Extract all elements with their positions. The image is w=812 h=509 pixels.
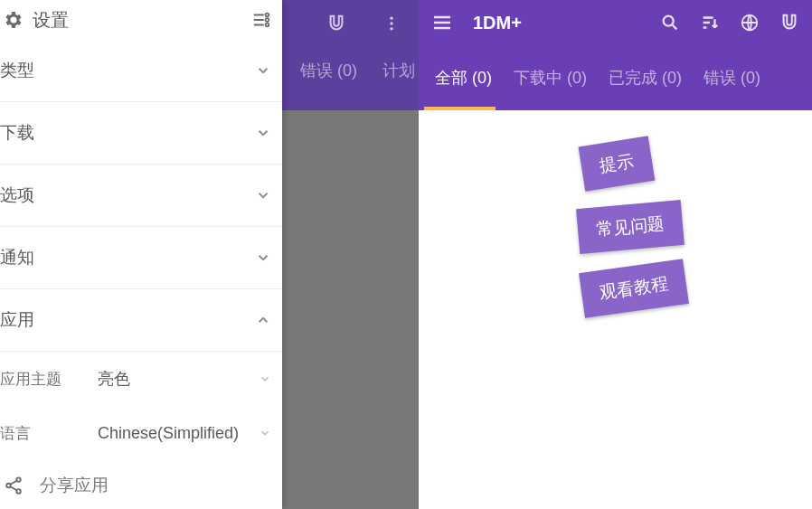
tab-downloading[interactable]: 下载中 (0)	[503, 45, 598, 110]
settings-panel: 设置 类型 下载 选项 通知 应用 应用主题 亮色 语言 Chinese(Sim…	[0, 0, 282, 509]
setting-value: Chinese(Simplified)	[98, 424, 259, 443]
tab-schedule-behind[interactable]: 计划	[382, 60, 415, 81]
main-header: 1DM+	[419, 0, 812, 45]
share-icon	[4, 476, 24, 495]
section-app[interactable]: 应用	[0, 289, 282, 352]
chevron-down-icon	[259, 372, 271, 385]
card-tips[interactable]: 提示	[579, 136, 656, 192]
section-label: 通知	[0, 246, 34, 269]
chevron-down-icon	[255, 62, 271, 79]
browser-icon[interactable]	[740, 13, 760, 33]
tab-completed[interactable]: 已完成 (0)	[598, 45, 693, 110]
svg-point-1	[390, 22, 392, 24]
sort-icon[interactable]	[700, 13, 720, 33]
share-app[interactable]: 分享应用	[0, 460, 282, 509]
svg-point-0	[390, 17, 392, 20]
magnet-icon[interactable]	[326, 14, 346, 33]
section-label: 下载	[0, 121, 34, 145]
setting-value: 亮色	[98, 368, 259, 390]
hamburger-menu-icon[interactable]	[431, 12, 453, 33]
magnet-icon[interactable]	[779, 13, 799, 33]
chevron-up-icon	[255, 312, 271, 328]
search-icon[interactable]	[660, 13, 680, 33]
gear-icon	[2, 9, 24, 31]
svg-point-6	[16, 477, 21, 482]
advanced-settings-icon[interactable]	[251, 10, 271, 30]
svg-point-8	[16, 489, 21, 494]
main-panel: 1DM+ 全部 (0) 下载中 (0) 已完成 (0) 错误 (0) 提示 常见…	[419, 0, 812, 509]
setting-label: 应用主题	[0, 369, 98, 390]
section-label: 类型	[0, 59, 34, 82]
tab-errors-behind[interactable]: 错误 (0)	[300, 60, 357, 81]
section-label: 应用	[0, 308, 34, 332]
section-download[interactable]: 下载	[0, 102, 282, 165]
setting-language[interactable]: 语言 Chinese(Simplified)	[0, 406, 282, 460]
setting-label: 语言	[0, 423, 98, 444]
obscured-header: 错误 (0) 计划	[282, 0, 419, 110]
svg-point-3	[266, 14, 269, 17]
tab-errors[interactable]: 错误 (0)	[693, 45, 771, 110]
section-notifications[interactable]: 通知	[0, 227, 282, 289]
settings-title: 设置	[33, 8, 251, 33]
svg-point-7	[6, 484, 11, 488]
setting-theme[interactable]: 应用主题 亮色	[0, 352, 282, 406]
share-label: 分享应用	[40, 474, 109, 497]
app-title: 1DM+	[473, 13, 522, 33]
tab-all[interactable]: 全部 (0)	[424, 45, 503, 110]
svg-point-2	[390, 27, 392, 30]
chevron-down-icon	[259, 427, 271, 439]
chevron-down-icon	[255, 187, 271, 203]
card-faq[interactable]: 常见问题	[576, 200, 685, 254]
overflow-menu-icon[interactable]	[382, 14, 401, 33]
section-type[interactable]: 类型	[0, 40, 282, 102]
card-tutorial[interactable]: 观看教程	[579, 259, 689, 318]
chevron-down-icon	[255, 125, 271, 141]
main-tabs: 全部 (0) 下载中 (0) 已完成 (0) 错误 (0)	[419, 45, 812, 110]
svg-point-4	[266, 18, 269, 22]
settings-header: 设置	[0, 0, 282, 40]
chevron-down-icon	[255, 250, 271, 266]
section-label: 选项	[0, 184, 34, 207]
svg-point-5	[266, 24, 269, 27]
svg-point-9	[664, 16, 674, 26]
section-options[interactable]: 选项	[0, 165, 282, 227]
